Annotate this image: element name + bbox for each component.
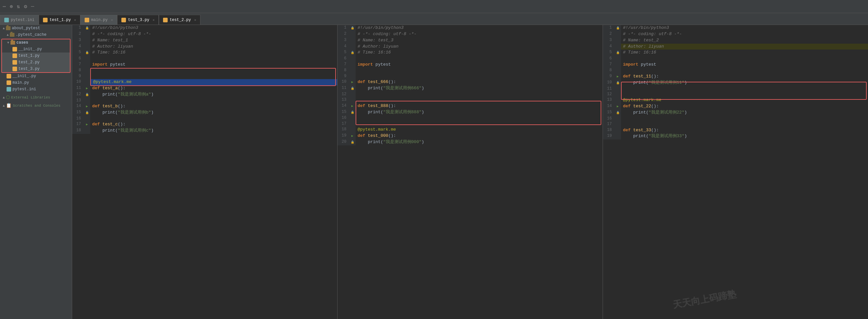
line-code: #!/usr/bin/python3	[90, 25, 337, 31]
line-number: 12	[72, 92, 84, 98]
run-icon[interactable]: ▶	[351, 104, 353, 108]
run-icon[interactable]: ▶	[351, 134, 353, 138]
code-area-test1[interactable]: 1 🔒 #!/usr/bin/python3 2 # -*- coding: u…	[72, 25, 337, 319]
line-number: 5	[603, 50, 614, 56]
line-number: 2	[72, 31, 84, 37]
line-gutter: 🔒	[349, 85, 355, 92]
line-code	[90, 98, 337, 104]
arrow-icon: ▶	[2, 27, 6, 29]
tab-close-icon[interactable]: ✕	[153, 18, 155, 22]
cases-folder-box: ▼ cases __init_.py test_1.py test_2.py t…	[1, 39, 70, 73]
line-code: def test_33():	[621, 127, 868, 134]
line-gutter	[614, 31, 621, 37]
navigation-icon[interactable]: ⋯	[3, 3, 6, 10]
line-number: 10	[338, 79, 349, 85]
table-row: 13	[72, 98, 337, 104]
tab-test2[interactable]: test_2.py ✕	[159, 15, 200, 25]
table-row: 2 # -*- coding: utf-8 -*-	[338, 31, 602, 37]
sidebar-item-init2[interactable]: __init_.py	[0, 73, 72, 80]
sidebar-item-label: __init_.py	[19, 47, 42, 52]
lock-icon: 🔒	[616, 111, 620, 115]
sidebar-item-cases[interactable]: ▼ cases	[2, 39, 70, 46]
py-file-icon	[163, 18, 167, 22]
sidebar-item-init[interactable]: __init_.py	[2, 46, 70, 53]
arrow-icon: ▶	[2, 104, 6, 106]
line-code: @pytest.mark.me	[90, 79, 337, 85]
line-number: 14	[72, 104, 84, 110]
run-icon[interactable]: ▶	[86, 87, 88, 90]
tab-test1[interactable]: test_1.py ✕	[39, 15, 81, 25]
run-icon[interactable]: ▶	[617, 75, 619, 79]
sidebar-section-external[interactable]: ▶ ⬡ External Libraries	[0, 92, 72, 101]
line-number: 15	[338, 109, 349, 116]
lock-icon: 🔒	[85, 51, 89, 55]
line-number: 11	[72, 85, 84, 92]
run-icon[interactable]: ▶	[617, 105, 619, 108]
sidebar-item-label: pytest.ini	[12, 87, 36, 92]
line-number: 2	[603, 31, 614, 37]
tab-close-icon[interactable]: ✕	[111, 18, 113, 22]
sidebar-item-label: test_2.py	[19, 60, 40, 65]
sidebar-item-test1[interactable]: test_1.py	[2, 53, 70, 59]
lock-icon: 🔒	[351, 111, 354, 114]
line-number: 18	[338, 127, 349, 133]
run-icon[interactable]: ▶	[86, 123, 88, 126]
line-number: 3	[603, 37, 614, 44]
line-number: 9	[338, 74, 349, 79]
tab-label: test_1.py	[50, 18, 71, 22]
line-gutter: 🔒	[614, 50, 621, 56]
table-row: 20 🔒 print("我是测试用例000")	[338, 139, 602, 145]
line-gutter	[614, 86, 621, 92]
line-code: import pytest	[90, 62, 337, 68]
line-gutter	[84, 37, 90, 44]
py-file-icon	[12, 67, 17, 71]
sidebar-item-label: __init_.py	[12, 74, 36, 79]
add-icon[interactable]: ⊕	[10, 3, 13, 10]
line-code: # Author: liyuan	[621, 44, 868, 50]
sidebar-item-pytest-ini[interactable]: pytest.ini	[0, 86, 72, 92]
lock-icon: 🔒	[85, 93, 89, 96]
sidebar-item-main[interactable]: main.py	[0, 80, 72, 86]
code-area-test3[interactable]: 1 🔒 #!/usr/bin/python3 2 # -*- coding: u…	[338, 25, 602, 319]
table-row: 12 🔒 print("我是测试用例a")	[72, 92, 337, 98]
line-number: 15	[603, 110, 614, 116]
line-gutter	[349, 67, 355, 73]
line-number: 18	[72, 128, 84, 134]
table-row: 6	[338, 56, 602, 61]
lock-icon: 🔒	[85, 27, 89, 30]
main-area: ▶ about_pytest ▶ .pytest_cache ▼ cases _…	[0, 25, 868, 319]
table-row: 1 🔒 #!/usr/bin/python3	[603, 25, 868, 31]
settings-icon[interactable]: ⚙	[24, 3, 27, 10]
sidebar-item-pytest-cache[interactable]: ▶ .pytest_cache	[0, 31, 72, 38]
arrow-icon: ▶	[6, 34, 9, 36]
tab-pytest-ini[interactable]: pytest.ini	[0, 15, 39, 25]
tab-test3[interactable]: test_3.py ✕	[117, 15, 159, 25]
sidebar-item-test2[interactable]: test_2.py	[2, 59, 70, 66]
py-file-icon	[6, 80, 11, 85]
run-icon[interactable]: ▶	[86, 105, 88, 108]
sidebar-section-scratches[interactable]: ▶ 📋 Scratches and Consoles	[0, 101, 72, 109]
table-row: 5 🔒 # Time: 16:16	[603, 50, 868, 56]
line-code	[621, 92, 868, 97]
editors-area: 1 🔒 #!/usr/bin/python3 2 # -*- coding: u…	[72, 25, 868, 319]
line-code	[90, 74, 337, 79]
line-gutter	[614, 133, 621, 140]
line-gutter: 🔒	[349, 139, 355, 145]
scratches-icon: 📋	[6, 103, 11, 108]
py-file-icon	[12, 47, 17, 52]
minimize-icon[interactable]: —	[31, 4, 34, 9]
line-code: #!/usr/bin/python3	[355, 25, 602, 31]
swap-icon[interactable]: ⇅	[17, 3, 20, 10]
sidebar-item-test3[interactable]: test_3.py	[2, 66, 70, 72]
line-code: # Author: liyuan	[90, 44, 337, 50]
line-number: 12	[603, 92, 614, 97]
tab-label: main.py	[91, 18, 107, 22]
tab-close-icon[interactable]: ✕	[74, 18, 76, 22]
tab-main[interactable]: main.py ✕	[81, 15, 117, 25]
tab-close-icon[interactable]: ✕	[194, 18, 196, 22]
run-icon[interactable]: ▶	[351, 80, 353, 84]
table-row: 1 🔒 #!/usr/bin/python3	[338, 25, 602, 31]
sidebar-item-about-pytest[interactable]: ▶ about_pytest	[0, 25, 72, 31]
code-area-test2[interactable]: 1 🔒 #!/usr/bin/python3 2 # -*- coding: u…	[603, 25, 868, 319]
line-code: # -*- coding: utf-8 -*-	[355, 31, 602, 37]
